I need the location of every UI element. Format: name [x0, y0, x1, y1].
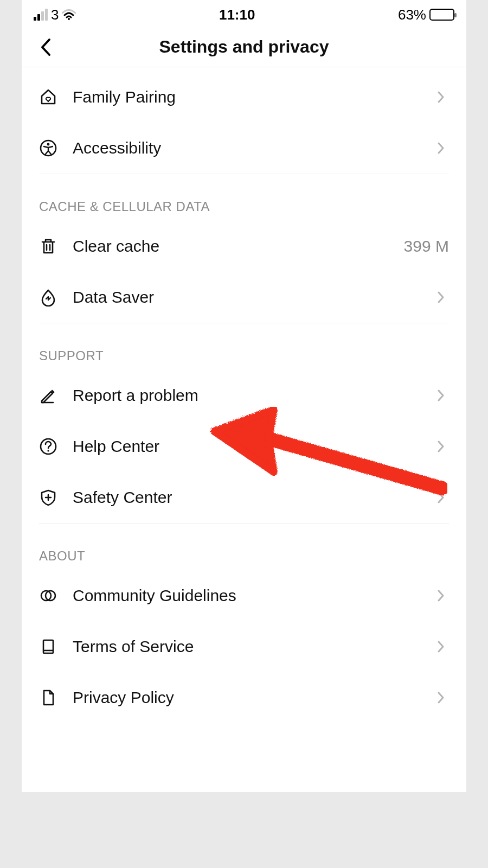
battery-percent-label: 63%: [398, 7, 426, 23]
clear-cache-row[interactable]: Clear cache 399 M: [22, 221, 466, 272]
chevron-right-icon: [437, 142, 449, 154]
family-pairing-label: Family Pairing: [73, 88, 422, 106]
chevron-right-icon: [437, 590, 449, 602]
carrier-label: 3: [51, 7, 59, 23]
page-title: Settings and privacy: [159, 37, 329, 57]
accessibility-label: Accessibility: [73, 139, 422, 157]
phone-frame: 3 11:10 63% Settings and privacy: [22, 0, 466, 792]
help-center-label: Help Center: [73, 437, 422, 456]
chevron-right-icon: [437, 291, 449, 303]
report-a-problem-row[interactable]: Report a problem: [22, 370, 466, 421]
section-header-about: ABOUT: [22, 524, 466, 570]
status-left: 3: [34, 7, 76, 23]
accessibility-icon: [39, 139, 57, 157]
cellular-signal-icon: [34, 9, 48, 21]
svg-point-4: [47, 450, 49, 451]
document-icon: [39, 688, 57, 707]
status-right: 63%: [398, 7, 454, 23]
settings-list: Family Pairing Accessibility CACHE & CEL…: [22, 67, 466, 723]
trash-icon: [39, 237, 57, 256]
community-guidelines-row[interactable]: Community Guidelines: [22, 570, 466, 621]
privacy-policy-label: Privacy Policy: [73, 688, 422, 707]
page-header: Settings and privacy: [22, 27, 466, 67]
community-guidelines-label: Community Guidelines: [73, 586, 422, 605]
safety-center-label: Safety Center: [73, 488, 422, 507]
terms-of-service-label: Terms of Service: [73, 637, 422, 656]
overlapping-circles-icon: [39, 586, 57, 605]
svg-point-0: [68, 18, 70, 20]
clear-cache-label: Clear cache: [73, 237, 389, 256]
safety-center-row[interactable]: Safety Center: [22, 472, 466, 523]
svg-rect-7: [43, 640, 53, 653]
data-saver-icon: [39, 288, 57, 307]
help-center-row[interactable]: Help Center: [22, 421, 466, 472]
chevron-right-icon: [437, 390, 449, 401]
house-heart-icon: [39, 88, 57, 106]
data-saver-label: Data Saver: [73, 288, 422, 307]
chevron-left-icon: [40, 38, 52, 56]
shield-plus-icon: [39, 488, 57, 507]
svg-point-2: [47, 143, 50, 146]
section-header-support: SUPPORT: [22, 323, 466, 370]
clear-cache-value: 399 M: [404, 237, 449, 256]
status-time: 11:10: [219, 7, 255, 23]
chevron-right-icon: [437, 692, 449, 704]
chevron-right-icon: [437, 641, 449, 653]
privacy-policy-row[interactable]: Privacy Policy: [22, 672, 466, 723]
chevron-right-icon: [437, 441, 449, 452]
pencil-icon: [39, 386, 57, 405]
chevron-right-icon: [437, 492, 449, 503]
question-circle-icon: [39, 437, 57, 456]
family-pairing-row[interactable]: Family Pairing: [22, 67, 466, 123]
battery-icon: [429, 9, 454, 21]
terms-of-service-row[interactable]: Terms of Service: [22, 621, 466, 672]
section-header-cache: CACHE & CELLULAR DATA: [22, 174, 466, 221]
status-bar: 3 11:10 63%: [22, 0, 466, 27]
chevron-right-icon: [437, 91, 449, 103]
report-a-problem-label: Report a problem: [73, 386, 422, 405]
back-button[interactable]: [35, 36, 56, 58]
wifi-icon: [62, 9, 76, 20]
accessibility-row[interactable]: Accessibility: [22, 123, 466, 174]
book-icon: [39, 637, 57, 656]
data-saver-row[interactable]: Data Saver: [22, 272, 466, 323]
